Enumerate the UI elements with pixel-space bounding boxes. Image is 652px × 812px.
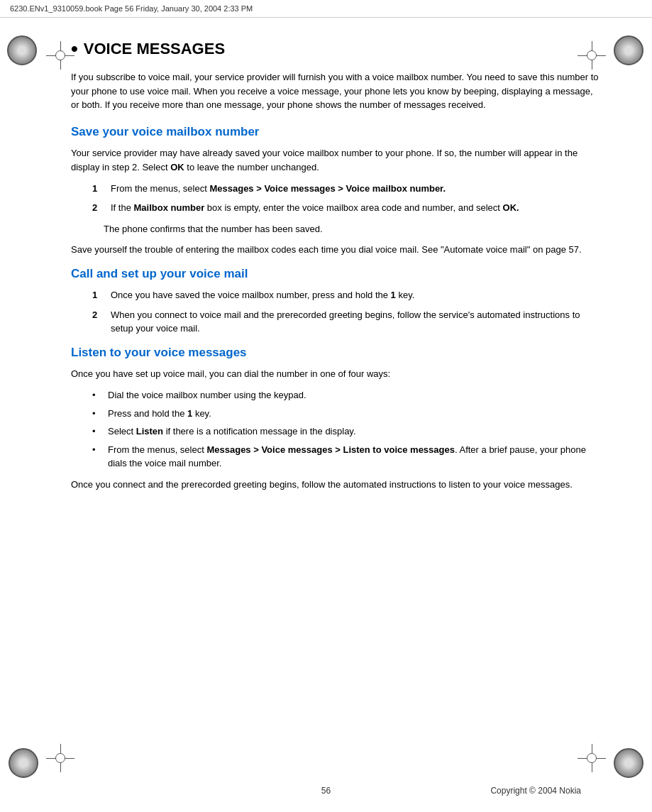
- save-item-1-num: 1: [92, 182, 104, 196]
- page-title: • VOICE MESSAGES: [71, 39, 602, 59]
- crosshair-tr: [578, 41, 606, 70]
- section-heading-save: Save your voice mailbox number: [71, 125, 602, 139]
- listen-bullet-3: • Select Listen if there is a notificati…: [92, 424, 602, 439]
- call-item-1: 1 Once you have saved the voice mailbox …: [92, 288, 602, 302]
- corner-br-gear: [614, 748, 643, 778]
- listen-bullet-1: • Dial the voice mailbox number using th…: [92, 388, 602, 402]
- save-numbered-list: 1 From the menus, select Messages > Voic…: [92, 182, 602, 215]
- save-item-2: 2 If the Mailbox number box is empty, en…: [92, 201, 602, 215]
- intro-paragraph: If you subscribe to voice mail, your ser…: [71, 70, 602, 112]
- title-text: VOICE MESSAGES: [84, 40, 225, 58]
- crosshair-bl: [46, 744, 74, 772]
- call-item-2-num: 2: [92, 308, 104, 336]
- save-item-1-text: From the menus, select Messages > Voice …: [111, 182, 602, 196]
- listen-bullet-list: • Dial the voice mailbox number using th…: [92, 388, 602, 471]
- header-text: 6230.ENv1_9310059.book Page 56 Friday, J…: [10, 4, 253, 13]
- save-automate-note: Save yourself the trouble of entering th…: [71, 243, 602, 257]
- section-save-body: Your service provider may have already s…: [71, 146, 602, 175]
- section-listen: Listen to your voice messages Once you h…: [71, 346, 602, 492]
- call-item-1-num: 1: [92, 288, 104, 302]
- bullet-sym-1: •: [92, 388, 102, 402]
- call-item-2: 2 When you connect to voice mail and the…: [92, 308, 602, 336]
- header-bar: 6230.ENv1_9310059.book Page 56 Friday, J…: [0, 0, 652, 18]
- section-heading-call: Call and set up your voice mail: [71, 267, 602, 281]
- listen-bullet-2-text: Press and hold the 1 key.: [108, 407, 602, 421]
- call-numbered-list: 1 Once you have saved the voice mailbox …: [92, 288, 602, 336]
- bullet-sym-4: •: [92, 443, 102, 471]
- corner-tr-gear: [614, 35, 643, 65]
- section-heading-listen: Listen to your voice messages: [71, 346, 602, 360]
- footer-page-number: 56: [321, 786, 331, 796]
- listen-closing: Once you connect and the prerecorded gre…: [71, 478, 602, 492]
- call-item-1-text: Once you have saved the voice mailbox nu…: [111, 288, 602, 302]
- crosshair-tl: [46, 41, 74, 70]
- listen-bullet-2: • Press and hold the 1 key.: [92, 407, 602, 421]
- listen-bullet-4: • From the menus, select Messages > Voic…: [92, 443, 602, 471]
- listen-bullet-1-text: Dial the voice mailbox number using the …: [108, 388, 602, 402]
- main-content: • VOICE MESSAGES If you subscribe to voi…: [71, 18, 602, 523]
- save-item-2-text: If the Mailbox number box is empty, ente…: [111, 201, 602, 215]
- section-save-voicemail: Save your voice mailbox number Your serv…: [71, 125, 602, 258]
- call-item-2-text: When you connect to voice mail and the p…: [111, 308, 602, 336]
- bullet-sym-3: •: [92, 424, 102, 439]
- footer-copyright: Copyright © 2004 Nokia: [490, 786, 581, 796]
- listen-bullet-4-text: From the menus, select Messages > Voice …: [108, 443, 602, 471]
- section-call-setup: Call and set up your voice mail 1 Once y…: [71, 267, 602, 336]
- corner-bl-gear: [9, 748, 38, 778]
- save-item-2-num: 2: [92, 201, 104, 215]
- save-sub-note: The phone confirms that the number has b…: [104, 222, 602, 236]
- save-item-1: 1 From the menus, select Messages > Voic…: [92, 182, 602, 196]
- corner-tl: [7, 35, 38, 67]
- bullet-sym-2: •: [92, 407, 102, 421]
- page-container: 6230.ENv1_9310059.book Page 56 Friday, J…: [0, 0, 652, 812]
- crosshair-br: [578, 744, 606, 772]
- listen-bullet-3-text: Select Listen if there is a notification…: [108, 424, 602, 439]
- listen-body: Once you have set up voice mail, you can…: [71, 367, 602, 381]
